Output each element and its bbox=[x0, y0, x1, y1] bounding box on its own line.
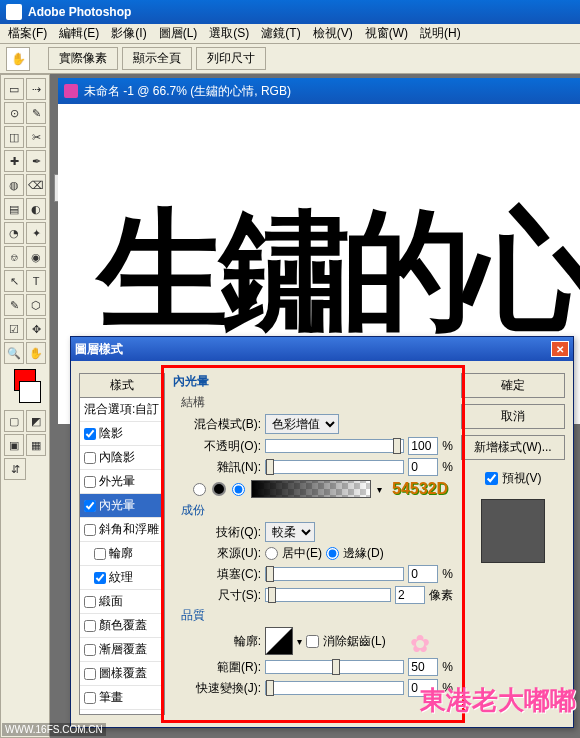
chk-stroke[interactable] bbox=[84, 692, 96, 704]
tool-dodge[interactable]: ✦ bbox=[26, 222, 46, 244]
tool-type[interactable]: ◉ bbox=[26, 246, 46, 268]
jump-imageready[interactable]: ⇵ bbox=[4, 458, 26, 480]
footer-url: WWW.16FS.COM.CN bbox=[2, 723, 106, 736]
menu-file[interactable]: 檔案(F) bbox=[2, 23, 53, 44]
blend-mode-select[interactable]: 色彩增值 bbox=[265, 414, 339, 434]
menu-image[interactable]: 影像(I) bbox=[105, 23, 152, 44]
menu-layer[interactable]: 圖層(L) bbox=[153, 23, 204, 44]
chk-drop-shadow[interactable] bbox=[84, 428, 96, 440]
noise-slider[interactable] bbox=[265, 460, 404, 474]
cancel-button[interactable]: 取消 bbox=[461, 404, 565, 429]
style-inner-shadow[interactable]: 內陰影 bbox=[80, 446, 164, 470]
size-slider[interactable] bbox=[265, 588, 391, 602]
chk-gradient-overlay[interactable] bbox=[84, 644, 96, 656]
fit-screen-button[interactable]: 顯示全頁 bbox=[122, 47, 192, 70]
antialias-checkbox[interactable] bbox=[306, 635, 319, 648]
decoration-icon: ✿ bbox=[410, 630, 430, 658]
menu-help[interactable]: 説明(H) bbox=[414, 23, 467, 44]
tool-lasso[interactable]: ⊙ bbox=[4, 102, 24, 124]
screen-std[interactable]: ▣ bbox=[4, 434, 24, 456]
jitter-slider[interactable] bbox=[265, 681, 404, 695]
chk-color-overlay[interactable] bbox=[84, 620, 96, 632]
preview-checkbox[interactable] bbox=[485, 472, 498, 485]
opacity-slider[interactable] bbox=[265, 439, 404, 453]
menu-filter[interactable]: 濾鏡(T) bbox=[255, 23, 306, 44]
tool-crop[interactable]: ◫ bbox=[4, 126, 24, 148]
tool-shape[interactable]: ✎ bbox=[4, 294, 24, 316]
style-bevel[interactable]: 斜角和浮雕 bbox=[80, 518, 164, 542]
style-contour[interactable]: 輪廓 bbox=[80, 542, 164, 566]
mode-standard[interactable]: ▢ bbox=[4, 410, 24, 432]
styles-header[interactable]: 樣式 bbox=[80, 374, 164, 398]
range-slider[interactable] bbox=[265, 660, 404, 674]
gradient-radio[interactable] bbox=[232, 483, 245, 496]
document-titlebar[interactable]: 未命名 -1 @ 66.7% (生鏽的心情, RGB) bbox=[58, 78, 580, 104]
size-input[interactable] bbox=[395, 586, 425, 604]
range-input[interactable] bbox=[408, 658, 438, 676]
chk-satin[interactable] bbox=[84, 596, 96, 608]
source-edge-radio[interactable] bbox=[326, 547, 339, 560]
tool-eyedrop[interactable]: ☑ bbox=[4, 318, 24, 340]
solid-color-swatch[interactable] bbox=[212, 482, 226, 496]
chk-contour[interactable] bbox=[94, 548, 106, 560]
new-style-button[interactable]: 新增樣式(W)... bbox=[461, 435, 565, 460]
tool-slice[interactable]: ✂ bbox=[26, 126, 46, 148]
menu-select[interactable]: 選取(S) bbox=[203, 23, 255, 44]
tool-text[interactable]: T bbox=[26, 270, 46, 292]
ok-button[interactable]: 確定 bbox=[461, 373, 565, 398]
gradient-picker[interactable] bbox=[251, 480, 371, 498]
chk-bevel[interactable] bbox=[84, 524, 96, 536]
tool-move[interactable]: ⇢ bbox=[26, 78, 46, 100]
actual-pixels-button[interactable]: 實際像素 bbox=[48, 47, 118, 70]
tool-eraser[interactable]: ▤ bbox=[4, 198, 24, 220]
jitter-label: 快速變換(J): bbox=[189, 680, 261, 697]
tool-blur[interactable]: ◔ bbox=[4, 222, 24, 244]
tool-measure[interactable]: ✥ bbox=[26, 318, 46, 340]
tool-pen[interactable]: ↖ bbox=[4, 270, 24, 292]
tool-wand[interactable]: ✎ bbox=[26, 102, 46, 124]
tool-history[interactable]: ⌫ bbox=[26, 174, 46, 196]
tool-marquee[interactable]: ▭ bbox=[4, 78, 24, 100]
color-radio[interactable] bbox=[193, 483, 206, 496]
style-outer-glow[interactable]: 外光暈 bbox=[80, 470, 164, 494]
opacity-input[interactable] bbox=[408, 437, 438, 455]
tool-heal[interactable]: ✚ bbox=[4, 150, 24, 172]
choke-slider[interactable] bbox=[265, 567, 404, 581]
blend-options-row[interactable]: 混合選項:自訂 bbox=[80, 398, 164, 422]
print-size-button[interactable]: 列印尺寸 bbox=[196, 47, 266, 70]
style-color-overlay[interactable]: 顏色覆蓋 bbox=[80, 614, 164, 638]
screen-full[interactable]: ▦ bbox=[26, 434, 46, 456]
style-texture[interactable]: 紋理 bbox=[80, 566, 164, 590]
chk-outer-glow[interactable] bbox=[84, 476, 96, 488]
mode-quickmask[interactable]: ◩ bbox=[26, 410, 46, 432]
tool-path[interactable]: ⎊ bbox=[4, 246, 24, 268]
noise-input[interactable] bbox=[408, 458, 438, 476]
style-satin[interactable]: 緞面 bbox=[80, 590, 164, 614]
background-swatch[interactable] bbox=[19, 381, 41, 403]
menu-view[interactable]: 檢視(V) bbox=[307, 23, 359, 44]
close-button[interactable]: ✕ bbox=[551, 341, 569, 357]
style-stroke[interactable]: 筆畫 bbox=[80, 686, 164, 710]
tool-zoom[interactable]: 🔍 bbox=[4, 342, 24, 364]
chk-inner-glow[interactable] bbox=[84, 500, 96, 512]
style-pattern-overlay[interactable]: 圖樣覆蓋 bbox=[80, 662, 164, 686]
technique-select[interactable]: 較柔 bbox=[265, 522, 315, 542]
tool-brush[interactable]: ✒ bbox=[26, 150, 46, 172]
chk-texture[interactable] bbox=[94, 572, 106, 584]
chk-inner-shadow[interactable] bbox=[84, 452, 96, 464]
style-gradient-overlay[interactable]: 漸層覆蓋 bbox=[80, 638, 164, 662]
hand-tool-icon[interactable]: ✋ bbox=[6, 47, 30, 71]
chk-pattern-overlay[interactable] bbox=[84, 668, 96, 680]
menu-edit[interactable]: 編輯(E) bbox=[53, 23, 105, 44]
dialog-titlebar[interactable]: 圖層樣式 ✕ bbox=[71, 337, 573, 361]
tool-notes[interactable]: ⬡ bbox=[26, 294, 46, 316]
tool-stamp[interactable]: ◍ bbox=[4, 174, 24, 196]
choke-input[interactable] bbox=[408, 565, 438, 583]
tool-gradient[interactable]: ◐ bbox=[26, 198, 46, 220]
style-drop-shadow[interactable]: 陰影 bbox=[80, 422, 164, 446]
menu-window[interactable]: 視窗(W) bbox=[359, 23, 414, 44]
source-center-radio[interactable] bbox=[265, 547, 278, 560]
tool-hand[interactable]: ✋ bbox=[26, 342, 46, 364]
contour-picker[interactable] bbox=[265, 627, 293, 655]
style-inner-glow[interactable]: 內光暈 bbox=[80, 494, 164, 518]
